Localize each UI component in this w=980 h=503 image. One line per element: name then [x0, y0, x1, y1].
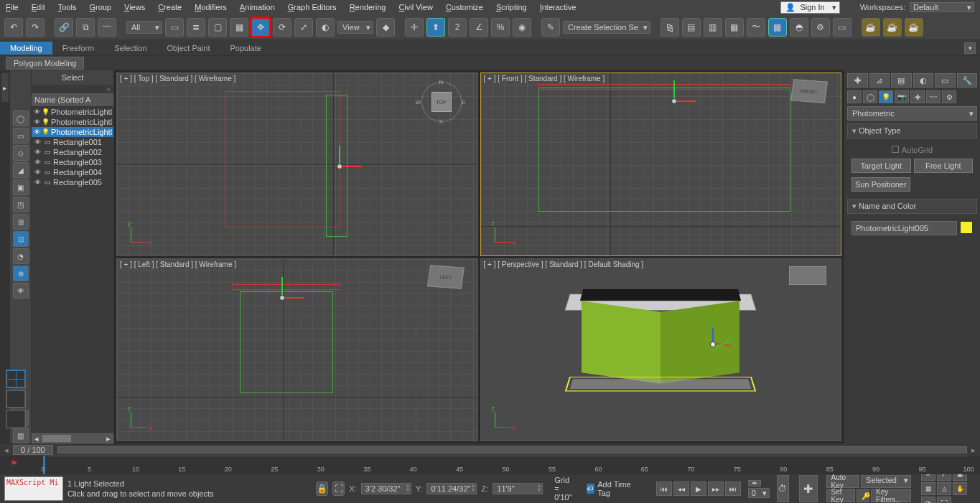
- list-item[interactable]: 👁▭Rectangle004: [32, 167, 113, 177]
- scroll-left-icon[interactable]: ◂: [32, 434, 41, 443]
- render-iterate-button[interactable]: ☕: [883, 18, 902, 37]
- viewcube[interactable]: TOP NSEW: [420, 80, 463, 123]
- snaps-2d-button[interactable]: 2: [448, 18, 467, 37]
- fov-button[interactable]: ◬: [937, 482, 951, 495]
- display-shapes-button[interactable]: ◇: [13, 145, 29, 161]
- ribbon-tab-freeform[interactable]: Freeform: [52, 42, 105, 55]
- modify-tab[interactable]: ⊿: [869, 73, 890, 88]
- time-slider-track[interactable]: [57, 446, 967, 453]
- visibility-icon[interactable]: 👁: [33, 118, 40, 126]
- max-toggle-button[interactable]: ⛶: [937, 497, 951, 503]
- slider-left-icon[interactable]: ◂: [4, 446, 9, 455]
- display-xrefs-button[interactable]: ◔: [13, 248, 29, 264]
- select-object-button[interactable]: ▭: [165, 18, 184, 37]
- display-spacewarps-button[interactable]: ⊞: [13, 214, 29, 230]
- viewport-front-label[interactable]: [ + ] [ Front ] [ Standard ] [ Wireframe…: [484, 75, 605, 83]
- display-groups-button[interactable]: ⊡: [13, 231, 29, 247]
- horizontal-scrollbar[interactable]: ◂ ▸: [32, 433, 113, 443]
- hierarchy-tab[interactable]: ▤: [891, 73, 912, 88]
- select-and-move-button[interactable]: ✥: [251, 18, 270, 37]
- slider-right-icon[interactable]: ▸: [971, 446, 976, 455]
- menu-create[interactable]: Create: [158, 3, 182, 11]
- move-gizmo[interactable]: [261, 277, 304, 320]
- viewport-top-label[interactable]: [ + ] [ Top ] [ Standard ] [ Wireframe ]: [120, 75, 235, 83]
- schematic-view-button[interactable]: ▩: [768, 18, 787, 37]
- layout-four-button[interactable]: [6, 370, 26, 388]
- autogrid-checkbox[interactable]: AutoGrid: [851, 146, 973, 154]
- set-key-big-button[interactable]: ✚: [799, 475, 818, 502]
- maxscript-listener[interactable]: MAXScript Mi: [4, 476, 63, 501]
- visibility-icon[interactable]: 👁: [33, 169, 42, 176]
- angle-snap-button[interactable]: ∠: [470, 18, 488, 37]
- menu-animation[interactable]: Animation: [240, 3, 275, 11]
- menu-scripting[interactable]: Scripting: [496, 3, 527, 11]
- display-bone-button[interactable]: ⊕: [13, 265, 29, 281]
- curve-editor-button[interactable]: 〜: [747, 18, 765, 37]
- helpers-cat-button[interactable]: ✚: [910, 90, 925, 103]
- display-geometry-button[interactable]: ▭: [13, 128, 29, 144]
- selection-lock-toggle[interactable]: 🔒: [316, 481, 328, 496]
- menu-views[interactable]: Views: [124, 3, 145, 11]
- link-button[interactable]: 🔗: [55, 18, 73, 37]
- select-and-rotate-button[interactable]: ⟳: [273, 18, 291, 37]
- display-tab[interactable]: ▭: [935, 73, 956, 88]
- percent-snap-button[interactable]: %: [491, 18, 510, 37]
- move-gizmo[interactable]: [319, 146, 362, 189]
- display-all-button[interactable]: ◯: [13, 111, 29, 126]
- ribbon-tab-objectpaint[interactable]: Object Paint: [157, 42, 220, 55]
- pivot-center-button[interactable]: ◆: [376, 18, 395, 37]
- list-item[interactable]: 👁▭Rectangle003: [32, 157, 113, 167]
- viewport-front[interactable]: [ + ] [ Front ] [ Standard ] [ Wireframe…: [480, 72, 842, 256]
- select-manipulate-button[interactable]: ✛: [405, 18, 424, 37]
- viewport-perspective[interactable]: [ + ] [ Perspective ] [ Standard ] [ Def…: [480, 258, 842, 442]
- undo-button[interactable]: ↶: [4, 18, 23, 37]
- list-item[interactable]: 👁▭Rectangle002: [32, 147, 113, 157]
- systems-cat-button[interactable]: ⚙: [942, 90, 956, 103]
- visibility-icon[interactable]: 👁: [33, 179, 42, 186]
- ribbon-tab-populate[interactable]: Populate: [220, 42, 271, 55]
- select-and-place-button[interactable]: ◐: [316, 18, 335, 37]
- display-cameras-button[interactable]: ▣: [13, 179, 29, 195]
- window-crossing-button[interactable]: ▦: [230, 18, 248, 37]
- list-item[interactable]: 👁💡PhotometricLight001: [32, 107, 113, 117]
- list-item[interactable]: 👁▭Rectangle001: [32, 137, 113, 147]
- viewport-left[interactable]: [ + ] [ Left ] [ Standard ] [ Wireframe …: [116, 258, 478, 442]
- menu-modifiers[interactable]: Modifiers: [195, 3, 227, 11]
- menu-customize[interactable]: Customize: [446, 3, 483, 11]
- shapes-cat-button[interactable]: ◯: [863, 90, 877, 103]
- render-prod-button[interactable]: ☕: [862, 18, 880, 37]
- render-frame-button[interactable]: ▭: [833, 18, 851, 37]
- menu-grapheditors[interactable]: Graph Editors: [288, 3, 337, 11]
- layer-explorer-button[interactable]: ▥: [704, 18, 722, 37]
- scroll-right-icon[interactable]: ▸: [104, 434, 113, 443]
- time-config-button[interactable]: ⏱: [777, 475, 789, 502]
- expand-handle-icon[interactable]: ▸: [1, 73, 9, 102]
- redo-button[interactable]: ↷: [26, 18, 45, 37]
- coord-x-input[interactable]: 3'2 30/32"▴▾: [361, 483, 411, 494]
- menu-edit[interactable]: Edit: [32, 3, 45, 11]
- sun-positioner-button[interactable]: Sun Positioner: [851, 177, 910, 192]
- orbit-button[interactable]: ⟳: [921, 497, 935, 503]
- goto-end-button[interactable]: ⏭: [725, 481, 741, 496]
- key-mode-toggle[interactable]: ◂▸: [748, 480, 761, 486]
- scroll-thumb[interactable]: [42, 435, 71, 442]
- zoom-extents-all-button[interactable]: ▦: [921, 482, 935, 495]
- workspaces-combo[interactable]: Default: [910, 2, 974, 12]
- visibility-icon[interactable]: 👁: [33, 149, 42, 156]
- select-by-name-button[interactable]: ≣: [187, 18, 205, 37]
- viewport-left-label[interactable]: [ + ] [ Left ] [ Standard ] [ Wireframe …: [120, 260, 236, 268]
- keyboard-shortcut-toggle[interactable]: ⬆: [426, 18, 445, 37]
- set-key-button[interactable]: Set Key: [826, 489, 856, 502]
- key-filters-button[interactable]: Key Filters...: [871, 489, 911, 502]
- bind-spacewarp-button[interactable]: 〰: [98, 18, 116, 37]
- ribbon-tab-modeling[interactable]: Modeling: [0, 42, 52, 55]
- viewport-top[interactable]: [ + ] [ Top ] [ Standard ] [ Wireframe ]…: [116, 72, 478, 256]
- unlink-button[interactable]: ⧉: [76, 18, 95, 37]
- visibility-icon[interactable]: 👁: [33, 159, 42, 166]
- scene-list-header[interactable]: Name (Sorted A: [32, 93, 113, 107]
- frame-indicator[interactable]: 0 / 100: [13, 445, 53, 455]
- lights-cat-button[interactable]: 💡: [879, 90, 893, 103]
- list-item[interactable]: 👁💡PhotometricLight003: [32, 127, 113, 137]
- coord-y-input[interactable]: 0'11 24/32"▴▾: [426, 483, 477, 494]
- add-time-tag-button[interactable]: Add Time Tag: [597, 480, 638, 497]
